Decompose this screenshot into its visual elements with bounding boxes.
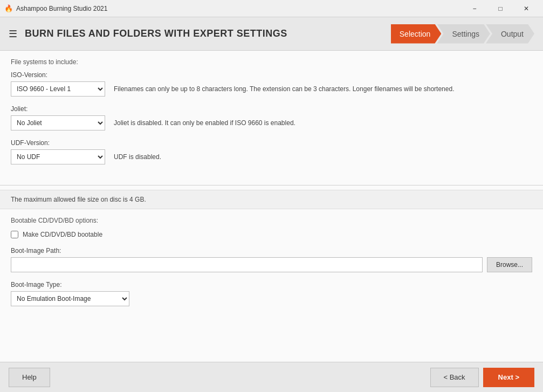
file-systems-title: File systems to include: <box>11 58 532 66</box>
joliet-label: Joliet: <box>11 105 532 113</box>
wizard-step-output[interactable]: Output <box>486 24 534 44</box>
close-button[interactable]: ✕ <box>514 0 539 17</box>
boot-type-select[interactable]: No Emulation Boot-Image 1.2MB Floppy Emu… <box>11 291 129 306</box>
joliet-select[interactable]: No Joliet Joliet <box>11 115 105 130</box>
iso-hint: Filenames can only be up to 8 characters… <box>114 85 454 93</box>
udf-hint: UDF is disabled. <box>114 153 161 161</box>
minimize-button[interactable]: − <box>462 0 487 17</box>
browse-button[interactable]: Browse... <box>487 257 532 272</box>
wizard-steps: Selection Settings Output <box>391 24 534 44</box>
boot-type-label: Boot-Image Type: <box>11 281 532 288</box>
app-icon: 🔥 <box>4 4 13 13</box>
iso-label: ISO-Version: <box>11 71 532 79</box>
next-button[interactable]: Next > <box>483 368 534 387</box>
joliet-hint: Joliet is disabled. It can only be enabl… <box>114 119 295 127</box>
udf-label: UDF-Version: <box>11 139 532 147</box>
back-button[interactable]: < Back <box>430 368 479 387</box>
udf-version-select[interactable]: No UDF UDF 1.02 UDF 1.50 UDF 2.00 UDF 2.… <box>11 149 105 164</box>
boot-path-label: Boot-Image Path: <box>11 247 532 255</box>
main-content: File systems to include: ISO-Version: IS… <box>0 51 543 362</box>
titlebar-title: Ashampoo Burning Studio 2021 <box>16 5 462 12</box>
titlebar: 🔥 Ashampoo Burning Studio 2021 − □ ✕ <box>0 0 543 17</box>
joliet-row: No Joliet Joliet Joliet is disabled. It … <box>11 115 532 130</box>
page-title: BURN FILES AND FOLDERS WITH EXPERT SETTI… <box>25 28 391 39</box>
wizard-step-settings[interactable]: Settings <box>437 24 490 44</box>
make-bootable-checkbox[interactable] <box>11 231 18 238</box>
file-systems-section: File systems to include: ISO-Version: IS… <box>0 51 543 181</box>
footer-left: Help <box>9 368 50 387</box>
make-bootable-row: Make CD/DVD/BD bootable <box>11 231 532 238</box>
wizard-step-selection[interactable]: Selection <box>391 24 442 44</box>
footer-right: < Back Next > <box>430 368 535 387</box>
iso-version-group: ISO-Version: ISO 9660 - Level 1 ISO 9660… <box>11 71 532 97</box>
udf-version-group: UDF-Version: No UDF UDF 1.02 UDF 1.50 UD… <box>11 139 532 164</box>
menu-icon[interactable]: ☰ <box>9 28 17 40</box>
iso-row: ISO 9660 - Level 1 ISO 9660 - Level 2 IS… <box>11 81 532 97</box>
boot-path-row: Browse... <box>11 257 532 272</box>
titlebar-controls: − □ ✕ <box>462 0 539 17</box>
bootable-title: Bootable CD/DVD/BD options: <box>11 217 532 224</box>
maximize-button[interactable]: □ <box>488 0 513 17</box>
help-button[interactable]: Help <box>9 368 50 387</box>
max-file-size-info: The maximum allowed file size on disc is… <box>0 190 543 209</box>
header-bar: ☰ BURN FILES AND FOLDERS WITH EXPERT SET… <box>0 17 543 51</box>
bootable-section: Bootable CD/DVD/BD options: Make CD/DVD/… <box>0 209 543 362</box>
joliet-group: Joliet: No Joliet Joliet Joliet is disab… <box>11 105 532 130</box>
udf-row: No UDF UDF 1.02 UDF 1.50 UDF 2.00 UDF 2.… <box>11 149 532 164</box>
section-divider <box>0 185 543 185</box>
footer: Help < Back Next > <box>0 362 543 392</box>
boot-path-input[interactable] <box>11 257 483 272</box>
make-bootable-label[interactable]: Make CD/DVD/BD bootable <box>23 231 102 238</box>
iso-version-select[interactable]: ISO 9660 - Level 1 ISO 9660 - Level 2 IS… <box>11 81 105 97</box>
